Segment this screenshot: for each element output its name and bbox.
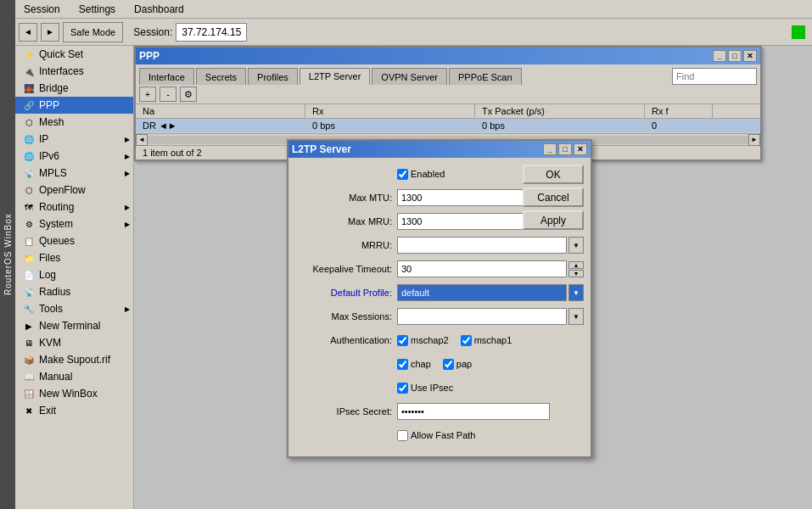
close-button[interactable]: ✕ [743,50,757,62]
sidebar-item-bridge[interactable]: 🌉 Bridge [15,80,133,97]
max-sessions-input[interactable] [397,308,567,325]
table-toolbar: + - ⚙ [136,85,760,104]
settings-button[interactable]: ⚙ [180,87,197,102]
sidebar-item-system[interactable]: ⚙ System ▶ [15,215,133,232]
mrru-input[interactable] [397,237,567,254]
default-profile-row: Default Profile: ▼ [295,283,584,302]
profile-dropdown[interactable]: ▼ [568,284,584,301]
mesh-icon: ⬡ [22,115,36,129]
sidebar-item-newwinbox[interactable]: 🪟 New WinBox [15,385,133,402]
tab-interface[interactable]: Interface [139,68,194,85]
ppp-icon: 🔗 [22,98,36,112]
sidebar-item-quickset[interactable]: ⚡ Quick Set [15,46,133,63]
cancel-button[interactable]: Cancel [523,187,584,207]
l2tp-minimize[interactable]: _ [543,143,557,155]
keepalive-up[interactable]: ▲ [568,261,584,269]
keepalive-label: Keepalive Timeout: [295,264,397,274]
keepalive-input[interactable] [397,260,567,277]
sidebar-label-queues: Queues [39,235,75,247]
ok-button[interactable]: OK [523,165,584,184]
sidebar-item-mpls[interactable]: 📡 MPLS ▶ [15,165,133,182]
add-button[interactable]: + [139,87,156,102]
sidebar-item-routing[interactable]: 🗺 Routing ▶ [15,199,133,215]
sidebar-label-interfaces: Interfaces [39,65,84,77]
interfaces-icon: 🔌 [22,64,36,78]
default-profile-input[interactable] [397,284,567,301]
sidebar-item-openflow[interactable]: ⬡ OpenFlow [15,182,133,199]
routing-icon: 🗺 [22,200,36,214]
pap-checkbox[interactable] [443,359,454,370]
ipv6-icon: 🌐 [22,149,36,163]
sidebar-item-interfaces[interactable]: 🔌 Interfaces [15,63,133,80]
enabled-checkbox[interactable] [397,169,408,180]
ppp-window-controls: _ □ ✕ [713,50,757,62]
mrru-dropdown[interactable]: ▼ [568,237,584,254]
sidebar-item-exit[interactable]: ✖ Exit [15,402,133,419]
ipsec-secret-input[interactable] [397,403,550,420]
openflow-icon: ⬡ [22,183,36,197]
mschap2-label: mschap2 [411,335,449,345]
maximize-button[interactable]: □ [728,50,742,62]
status-text: 1 item out of 2 [143,148,202,158]
tab-secrets[interactable]: Secrets [196,68,246,85]
sidebar-item-ppp[interactable]: 🔗 PPP [15,97,133,114]
safemode-button[interactable]: Safe Mode [63,22,123,42]
sidebar-item-files[interactable]: 📁 Files [15,249,133,266]
keepalive-down[interactable]: ▼ [568,270,584,277]
apply-button[interactable]: Apply [523,210,584,230]
keepalive-spinner: ▲ ▼ [568,261,584,277]
menu-session[interactable]: Session [19,2,65,17]
default-profile-label: Default Profile: [295,288,397,298]
ipsec-secret-row: IPsec Secret: [295,402,584,421]
sidebar-item-mesh[interactable]: ⬡ Mesh [15,114,133,131]
find-input[interactable] [672,68,757,85]
menu-settings[interactable]: Settings [74,2,120,17]
remove-button[interactable]: - [160,87,176,102]
scroll-left[interactable]: ◄ [136,134,148,146]
minimize-button[interactable]: _ [713,50,726,62]
toolbar: ◄ ► Safe Mode Session: 37.72.174.15 [15,19,812,46]
l2tp-close[interactable]: ✕ [574,143,587,155]
tab-l2tp[interactable]: L2TP Server [300,68,371,85]
fast-path-checkbox[interactable] [397,430,408,441]
l2tp-maximize[interactable]: □ [558,143,572,155]
sessions-dropdown[interactable]: ▼ [568,308,584,325]
auth-label: Authentication: [295,335,397,345]
sidebar-item-manual[interactable]: 📖 Manual [15,368,133,385]
sidebar-label-ppp: PPP [39,99,59,111]
use-ipsec-checkbox[interactable] [397,383,408,394]
table-row[interactable]: DR ◄► 0 bps 0 bps 0 [136,119,760,133]
sidebar-item-newterminal[interactable]: ▶ New Terminal [15,317,133,334]
tab-pppoe[interactable]: PPPoE Scan [449,68,522,85]
tools-icon: 🔧 [22,302,36,316]
tab-profiles[interactable]: Profiles [248,68,298,85]
chap-item: chap [397,359,431,370]
terminal-icon: ▶ [22,319,36,333]
sidebar-item-radius[interactable]: 📡 Radius [15,283,133,300]
routing-arrow: ▶ [125,204,130,211]
mschap1-checkbox[interactable] [461,335,472,346]
back-button[interactable]: ◄ [19,23,37,42]
system-arrow: ▶ [125,221,130,228]
sidebar-item-makesupout[interactable]: 📦 Make Supout.rif [15,351,133,368]
forward-button[interactable]: ► [41,23,59,42]
table-headers: Na Rx Tx Packet (p/s) Rx f [136,104,760,119]
max-sessions-label: Max Sessions: [295,311,397,322]
sidebar-item-ip[interactable]: 🌐 IP ▶ [15,131,133,148]
sidebar-label-radius: Radius [39,286,70,298]
mschap2-checkbox[interactable] [397,335,408,346]
sidebar-item-kvm[interactable]: 🖥 KVM [15,334,133,351]
sidebar-item-ipv6[interactable]: 🌐 IPv6 ▶ [15,148,133,165]
scroll-right[interactable]: ► [748,134,760,146]
sidebar-item-log[interactable]: 📄 Log [15,266,133,283]
chap-checkbox[interactable] [397,359,408,370]
sidebar-item-queues[interactable]: 📋 Queues [15,232,133,249]
menu-dashboard[interactable]: Dashboard [129,2,189,17]
max-mtu-label: Max MTU: [295,193,397,203]
mpls-icon: 📡 [22,166,36,180]
cell-rx: 0 bps [305,119,475,132]
mrru-select-row: ▼ [397,237,584,254]
tab-ovpn[interactable]: OVPN Server [372,68,447,85]
sidebar-item-tools[interactable]: 🔧 Tools ▶ [15,300,133,317]
ip-icon: 🌐 [22,132,36,146]
